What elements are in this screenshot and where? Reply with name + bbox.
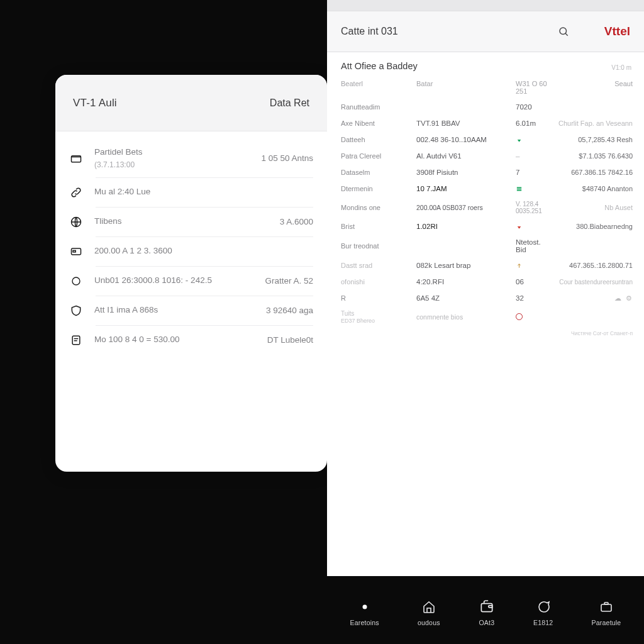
folder-icon bbox=[69, 152, 83, 165]
item-label: Tlibens bbox=[94, 216, 269, 228]
cell-amount: Cour bastendureersuntran bbox=[551, 279, 633, 286]
cell-data: 4:20.RFI bbox=[416, 278, 516, 286]
cell-amount: $7.1.035 76.6430 bbox=[551, 152, 633, 160]
cell-label: Datteeh bbox=[341, 136, 416, 143]
cell-indicator: 06 bbox=[516, 278, 551, 286]
table-row[interactable]: Axe Nibent TVT.91 BBAV 6.01m Churlit Fap… bbox=[341, 115, 633, 131]
table-row[interactable]: Brist 1.02RI 380.Biabearnedng bbox=[341, 218, 633, 235]
cell-amount: 05,7,285.43 Resh bbox=[551, 136, 633, 143]
cell-data: 3908f Pisiutn bbox=[416, 169, 516, 176]
cell-amount: 380.Biabearnedng bbox=[551, 223, 633, 230]
item-value: Gratter A. 52 bbox=[265, 276, 313, 286]
arrow-up-icon bbox=[516, 262, 551, 269]
window-title-right: Data Ret bbox=[270, 97, 309, 109]
th-label: Beaterl bbox=[341, 80, 416, 95]
item-label: Unb01 26:3000.8 1016: - 242.5 bbox=[94, 275, 253, 287]
nav-label: OAt3 bbox=[479, 619, 494, 626]
divider bbox=[96, 266, 313, 267]
bottom-nav: Earetoins oudous OAt3 E1812 Paraetule bbox=[327, 576, 644, 644]
cell-indicator: 7 bbox=[516, 169, 551, 176]
table-row[interactable]: Datteeh 002.48 36-10..10AAM 05,7,285.43 … bbox=[341, 131, 633, 148]
cell-label: Dataselm bbox=[341, 169, 416, 176]
nav-label: Earetoins bbox=[350, 619, 379, 626]
panel-title: Att Ofiee a Baddey bbox=[341, 61, 633, 71]
cell-amount: $48740 Ananton bbox=[551, 185, 633, 192]
detail-window: Catte int 031 Vttel Att Ofiee a Baddey V… bbox=[327, 0, 644, 576]
menu-icon bbox=[516, 186, 551, 192]
cell-label: Brist bbox=[341, 223, 416, 230]
note-icon bbox=[69, 333, 83, 347]
th-amount: Seaut bbox=[551, 80, 633, 95]
card-icon bbox=[69, 245, 83, 258]
header-title: Catte int 031 bbox=[341, 26, 550, 37]
cell-indicator: V. 128.4 0035.251 bbox=[516, 201, 551, 214]
dash-icon: – bbox=[516, 152, 551, 160]
nav-item-oudots[interactable]: oudous bbox=[418, 599, 440, 626]
item-label: Mo 100 8 4 0 = 530.00 bbox=[94, 334, 256, 346]
table-row[interactable]: Dastt srad 082k Lesart brap 467.365.:16.… bbox=[341, 257, 633, 274]
list-item[interactable]: Mo 100 8 4 0 = 530.00 DT Lubele0t bbox=[55, 326, 327, 354]
cell-indicator: 6.01m bbox=[516, 119, 551, 127]
cell-indicator: Ntetost. Bid bbox=[516, 238, 551, 253]
list-item[interactable]: Att I1 ima A 868s 3 92640 aga bbox=[55, 297, 327, 325]
nav-label: Paraetule bbox=[592, 619, 621, 626]
cell-amount: ☁ ⚙ bbox=[551, 294, 633, 302]
list-item[interactable]: Tlibens 3 A.6000 bbox=[55, 208, 327, 236]
table-row[interactable]: Patra Clereel Al. Autdvi V61 – $7.1.035 … bbox=[341, 148, 633, 164]
list-item[interactable]: Partidel Bets (3.7.1.13:00 1 05 50 Antns bbox=[55, 140, 327, 177]
footer-note: Чистяче Соr-от Спанет-п bbox=[327, 328, 644, 336]
divider bbox=[96, 296, 313, 296]
mini-icons: ☁ ⚙ bbox=[551, 294, 633, 302]
dot-icon bbox=[357, 599, 373, 615]
list-item[interactable]: 200.00 A 1 2 3. 3600 bbox=[55, 238, 327, 265]
item-label: 200.00 A 1 2 3. 3600 bbox=[94, 245, 302, 257]
arrow-down-icon bbox=[516, 223, 551, 230]
list-item[interactable]: Unb01 26:3000.8 1016: - 242.5 Gratter A.… bbox=[55, 267, 327, 295]
nav-item-oats[interactable]: OAt3 bbox=[479, 599, 495, 626]
nav-item-paranule[interactable]: Paraetule bbox=[592, 599, 621, 626]
cell-data: 200.00A 0SB037 roers bbox=[416, 204, 516, 211]
cell-label: R bbox=[341, 294, 416, 302]
shield-icon bbox=[69, 304, 83, 318]
table-row[interactable]: Bur treodnat Ntetost. Bid bbox=[341, 235, 633, 257]
item-value: 3 A.6000 bbox=[280, 217, 313, 226]
list-item[interactable]: Mu al 2:40 Lue bbox=[55, 179, 327, 206]
cell-label: ofonishi bbox=[341, 278, 416, 286]
item-label: Att I1 ima A 868s bbox=[94, 304, 255, 316]
cloud-icon: ☁ bbox=[614, 294, 621, 302]
cell-data: conmnente bios bbox=[416, 313, 516, 321]
table-row[interactable]: Mondins one 200.00A 0SB037 roers V. 128.… bbox=[341, 197, 633, 218]
nav-item-eareroms[interactable]: Earetoins bbox=[350, 599, 379, 626]
nav-item-e1812[interactable]: E1812 bbox=[533, 599, 553, 626]
table-row[interactable]: Tuits ED37 Bhereo conmnente bios bbox=[341, 306, 633, 328]
divider bbox=[96, 325, 313, 326]
cell-label: Bur treodnat bbox=[341, 242, 416, 250]
table-row[interactable]: ofonishi 4:20.RFI 06 Cour bastendureersu… bbox=[341, 274, 633, 290]
table-row[interactable]: Dataselm 3908f Pisiutn 7 667.386.15 7842… bbox=[341, 164, 633, 180]
svg-point-7 bbox=[362, 605, 367, 609]
svg-rect-10 bbox=[604, 602, 608, 604]
cell-label: Patra Clereel bbox=[341, 152, 416, 160]
cell-label: Dastt srad bbox=[341, 262, 416, 269]
cell-amount: 467.365.:16.2800.71 bbox=[551, 262, 633, 269]
portfolio-icon bbox=[598, 599, 614, 615]
cell-indicator: 7020 bbox=[516, 103, 551, 111]
cell-data: 082k Lesart brap bbox=[416, 262, 516, 269]
headerbar: Catte int 031 Vttel bbox=[327, 11, 644, 52]
divider bbox=[96, 177, 313, 178]
arrow-down-icon bbox=[516, 136, 551, 143]
globe-icon bbox=[69, 215, 83, 229]
table-row[interactable]: Ranutteadim 7020 bbox=[341, 99, 633, 115]
search-icon[interactable] bbox=[558, 26, 569, 37]
table-row[interactable]: Dtermenin 10 7.JAM $48740 Ananton bbox=[341, 180, 633, 197]
cell-data: 002.48 36-10..10AAM bbox=[416, 136, 516, 143]
table-row[interactable]: R 6A5 4Z 32 ☁ ⚙ bbox=[341, 290, 633, 306]
titlebar: VT-1 Auli Data Ret bbox=[55, 75, 327, 131]
item-label: Mu al 2:40 Lue bbox=[94, 186, 302, 198]
content: Att Ofiee a Baddey V1:0 m Beaterl Batar … bbox=[327, 52, 644, 328]
window-title-left: VT-1 Auli bbox=[73, 97, 117, 109]
cell-amount: Churlit Fap. an Veseann bbox=[551, 119, 633, 127]
svg-point-6 bbox=[560, 28, 567, 35]
divider bbox=[96, 236, 313, 237]
chat-icon bbox=[535, 599, 552, 615]
